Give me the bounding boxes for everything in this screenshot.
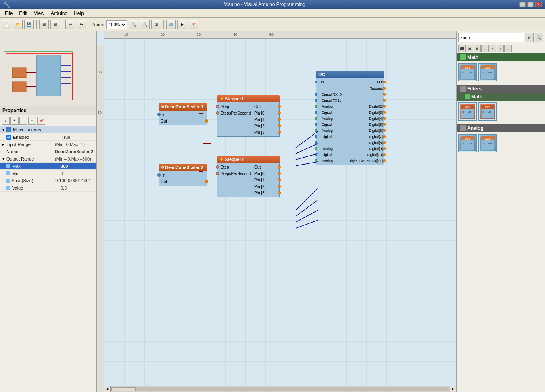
math-item-2[interactable]: DZS In Out <box>478 63 497 81</box>
deadzone1-block[interactable]: ⚙ DeadZoneScaled1 In Out <box>159 103 207 125</box>
upload-button[interactable]: ▶ <box>177 20 187 29</box>
prop-output-range[interactable]: ▼ Output Range (Min=-0,Max=300) <box>0 155 96 163</box>
horizontal-scrollbar[interactable]: ◄ ► <box>104 386 456 392</box>
search-clear-btn[interactable]: ✕ <box>525 33 534 42</box>
menu-help[interactable]: Help <box>71 10 87 17</box>
props-sort-btn[interactable]: ↕ <box>2 117 10 125</box>
zoom-in-button[interactable]: 🔍 <box>129 20 138 29</box>
ruler-mark-20: 20 <box>161 33 165 37</box>
svg-text:In: In <box>462 71 464 74</box>
ruler-mark-30: 30 <box>197 33 201 37</box>
menu-file[interactable]: File <box>2 10 16 17</box>
analog-icon-2: DZS In Out <box>480 135 496 151</box>
stepper1-block[interactable]: ⚡ Stepper1 Step <box>217 95 280 137</box>
canvas-scroll[interactable]: 10 20 30 40 50 30 50 <box>97 31 456 392</box>
analog-section-icon <box>460 125 466 131</box>
deadzone2-block[interactable]: ⚙ DeadZoneScaled2 In Out <box>159 164 207 186</box>
prop-value-row[interactable]: Value 0.5 <box>0 184 96 192</box>
stepper2-pin3-port: Pin [3] <box>253 190 279 196</box>
prop-min[interactable]: Min 0 <box>0 170 96 177</box>
lib-btn-5[interactable]: ≡ <box>489 45 496 52</box>
i2c-digital-8-in-dot <box>315 141 317 144</box>
hscroll-track[interactable] <box>111 387 449 391</box>
props-expand-btn[interactable]: + <box>10 117 19 125</box>
prop-enabled[interactable]: Enabled True <box>0 133 96 141</box>
compile-button[interactable]: ⚙️ <box>166 20 176 29</box>
enabled-checkbox[interactable] <box>6 135 11 140</box>
math-icon-2: DZS In Out <box>480 64 496 80</box>
minimize-button[interactable]: ─ <box>519 2 526 7</box>
prop-max[interactable]: Max 300 <box>0 163 96 170</box>
grid-button[interactable]: ⊞ <box>39 20 49 29</box>
math-section-header[interactable]: Math <box>457 53 545 61</box>
i2c-digital-8-out-dot <box>383 141 386 144</box>
search-submit-btn[interactable]: 🔍 <box>535 33 543 42</box>
canvas-grid[interactable]: ⚙ DeadZoneScaled1 In Out <box>104 39 456 386</box>
filters-math-subsection[interactable]: Math <box>457 93 545 101</box>
delete-button[interactable]: ✕ <box>189 20 198 29</box>
new-button[interactable]: 📄 <box>2 20 11 29</box>
lib-btn-3[interactable]: ⊟ <box>474 45 481 52</box>
filters-section-header[interactable]: Filters <box>457 85 545 93</box>
i2c-in-port: In <box>316 79 350 85</box>
props-filter-btn[interactable]: ≡ <box>28 117 36 125</box>
menu-arduino[interactable]: Arduino <box>48 10 71 17</box>
redo-button[interactable]: ↪ <box>77 20 86 29</box>
properties-title: Properties <box>2 108 26 113</box>
svg-text:In: In <box>462 111 464 113</box>
name-label: Name <box>6 149 55 154</box>
zoom-out-button[interactable]: 🔍 <box>140 20 150 29</box>
save-button[interactable]: 💾 <box>24 20 34 29</box>
left-panel: Properties ↕ + - ≡ 📌 ▼ Miscellaneous <box>0 31 97 392</box>
props-pin-btn[interactable]: 📌 <box>37 117 45 125</box>
lib-btn-1[interactable]: ⬛ <box>458 45 466 52</box>
stepper2-sps-label: StepsPerSecond <box>221 171 251 176</box>
svg-text:In: In <box>482 142 484 145</box>
filter-item-2[interactable]: DZS In Out <box>478 102 497 121</box>
hscroll-right-btn[interactable]: ► <box>450 386 456 392</box>
lib-btn-6[interactable]: ↑ <box>497 45 504 52</box>
i2c-block[interactable]: I2C In <box>316 71 384 165</box>
i2c-digital-9-row: Analog Digital[9] <box>316 146 384 152</box>
undo-button[interactable]: ↩ <box>65 20 75 29</box>
props-collapse-btn[interactable]: - <box>19 117 27 125</box>
stepper2-pin2-label: Pin [2] <box>254 184 265 189</box>
menu-edit[interactable]: Edit <box>16 10 31 17</box>
deadzone1-body: In Out <box>159 111 207 125</box>
stepper1-pin1-label: Pin [1] <box>254 117 265 122</box>
lib-btn-7[interactable]: ↓ <box>504 45 512 52</box>
properties-toolbar: ↕ + - ≡ 📌 <box>0 115 96 126</box>
miscellaneous-section[interactable]: ▼ Miscellaneous <box>0 126 96 133</box>
ruler-vertical: 30 50 <box>97 46 104 392</box>
filters-section-content: DZS In Out DZS In <box>457 101 545 123</box>
math-section-label: Math <box>467 54 478 60</box>
snap-button[interactable]: ⊟ <box>50 20 60 29</box>
i2c-digital-10-row: Digital Digital[10] <box>316 152 384 158</box>
deadzone2-out-label: Out <box>161 179 167 184</box>
zoom-select[interactable]: 100% 75% 150% <box>106 20 127 29</box>
stepper2-block[interactable]: ⚡ Stepper2 Step <box>217 156 280 197</box>
open-button[interactable]: 📂 <box>13 20 23 29</box>
maximize-button[interactable]: □ <box>527 2 534 7</box>
lib-btn-2[interactable]: ⊞ <box>466 45 473 52</box>
prop-input-range[interactable]: ▶ Input Range (Min=0,Max=1) <box>0 141 96 148</box>
zoom-fit-button[interactable]: ⊡ <box>151 20 161 29</box>
stepper1-header: ⚡ Stepper1 <box>217 95 280 102</box>
min-value: 0 <box>61 171 95 176</box>
lib-btn-4[interactable]: ↕ <box>481 45 489 52</box>
analog-item-1[interactable]: DZS In Out <box>458 134 477 152</box>
i2c-digital-rx-label: Digital[RX][0] <box>322 92 343 96</box>
analog-section-header[interactable]: Analog <box>457 124 545 132</box>
stepper1-pin3-dot <box>278 131 281 134</box>
analog-item-2[interactable]: DZS In Out <box>478 134 497 152</box>
menu-view[interactable]: View <box>31 10 48 17</box>
hscroll-left-btn[interactable]: ◄ <box>104 386 111 392</box>
prop-span[interactable]: Span(Size) 0.1000000014901... <box>0 177 96 184</box>
stepper2-out-label: Out <box>254 165 261 169</box>
hscroll-thumb[interactable] <box>111 387 136 391</box>
close-button[interactable]: ✕ <box>535 2 542 7</box>
filter-item-1[interactable]: DZS In Out <box>458 102 477 121</box>
search-input[interactable] <box>458 33 524 42</box>
math-item-1[interactable]: DZS In Out <box>458 63 477 81</box>
prop-name[interactable]: Name DeadZoneScaled2 <box>0 148 96 155</box>
